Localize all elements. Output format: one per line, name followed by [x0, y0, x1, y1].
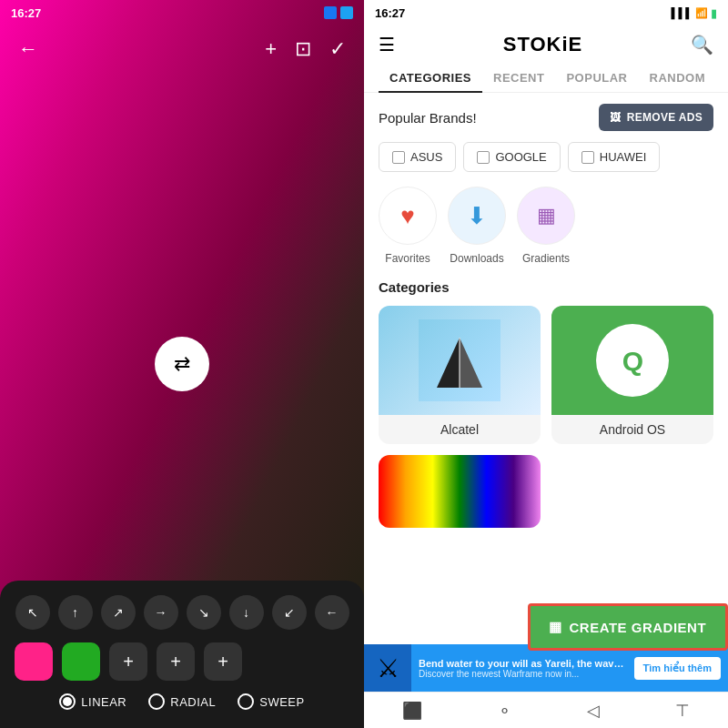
- save-button[interactable]: ⊡: [295, 37, 311, 61]
- shuffle-icon: ⇄: [174, 352, 190, 376]
- color-swatch-green[interactable]: [62, 642, 100, 681]
- svg-text:Q: Q: [622, 346, 642, 376]
- top-nav-left: ← + ⊡ ✓: [0, 25, 364, 73]
- android-label: Android OS: [551, 415, 713, 444]
- bottom-nav-right: ⬛ ⚬ ◁ ⊤: [364, 692, 728, 728]
- dir-btn-down[interactable]: ↓: [229, 595, 264, 630]
- confirm-button[interactable]: ✓: [329, 37, 346, 61]
- bottom-controls: ↖ ↑ ↗ → ↘ ↓ ↙ ← + + + LINEAR: [0, 581, 364, 728]
- tabs-row: CATEGORIES RECENT POPULAR RANDOM: [364, 64, 728, 93]
- status-bar-left: 16:27: [0, 0, 364, 25]
- category-grid-2: [379, 455, 713, 528]
- type-radial-label: RADIAL: [170, 695, 216, 709]
- menu-icon[interactable]: ☰: [379, 34, 395, 56]
- brand-google-label: GOOGLE: [495, 150, 546, 164]
- add-button[interactable]: +: [265, 37, 277, 61]
- dir-btn-left[interactable]: ←: [315, 595, 349, 630]
- remove-ads-button[interactable]: 🖼 REMOVE ADS: [599, 104, 713, 131]
- shortcut-grid: ♥ Favorites ⬇ Downloads ▦ Gradients: [379, 187, 713, 265]
- nav-back-icon[interactable]: ◁: [587, 701, 600, 721]
- category-rainbow[interactable]: [379, 455, 541, 528]
- ad-cta-button[interactable]: Tìm hiểu thêm: [634, 657, 721, 680]
- rainbow-image: [379, 455, 541, 528]
- dir-btn-upright[interactable]: ↗: [101, 595, 136, 630]
- ad-text-area: Bend water to your will as Yareli, the w…: [411, 654, 634, 682]
- categories-section-title: Categories: [379, 279, 713, 295]
- shortcut-gradients[interactable]: ▦ Gradients: [517, 187, 575, 265]
- radio-radial: [148, 693, 165, 710]
- favorites-label: Favorites: [385, 252, 430, 265]
- dir-btn-right[interactable]: →: [144, 595, 178, 630]
- google-icon: [477, 151, 490, 164]
- add-color-btn-3[interactable]: +: [204, 642, 242, 681]
- category-android[interactable]: Q Android OS: [551, 306, 713, 444]
- alcatel-image: [379, 306, 541, 415]
- remove-ads-icon: 🖼: [610, 111, 621, 124]
- tab-popular[interactable]: POPULAR: [555, 64, 638, 92]
- left-panel: 16:27 ← + ⊡ ✓ ⇄ ↖ ↑ ↗ → ↘ ↓ ↙ ←: [0, 0, 364, 728]
- gradient-type-row: LINEAR RADIAL SWEEP: [11, 693, 353, 710]
- status-time-right: 16:27: [375, 6, 405, 20]
- dir-btn-upleft[interactable]: ↖: [15, 595, 50, 630]
- category-placeholder: [551, 455, 713, 528]
- search-icon[interactable]: 🔍: [691, 34, 713, 56]
- category-alcatel[interactable]: Alcatel: [379, 306, 541, 444]
- remove-ads-label: REMOVE ADS: [627, 111, 703, 124]
- downloads-icon-circle: ⬇: [448, 187, 506, 245]
- alcatel-building-svg: [419, 319, 500, 401]
- huawei-icon: [581, 151, 594, 164]
- ad-subtitle: Discover the newest Warframe now in...: [419, 669, 627, 679]
- ad-banner: ⚔ Bend water to your will as Yareli, the…: [364, 644, 728, 692]
- gradients-icon: ▦: [537, 204, 556, 228]
- status-time-left: 16:27: [11, 6, 41, 20]
- tab-categories[interactable]: CATEGORIES: [379, 64, 482, 92]
- type-radial[interactable]: RADIAL: [148, 693, 216, 710]
- status-icons-left: [324, 6, 353, 19]
- tab-random[interactable]: RANDOM: [639, 64, 717, 92]
- type-linear[interactable]: LINEAR: [59, 693, 126, 710]
- radio-sweep: [238, 693, 254, 710]
- tab-recent[interactable]: RECENT: [482, 64, 555, 92]
- shortcut-downloads[interactable]: ⬇ Downloads: [448, 187, 506, 265]
- brand-chip-huawei[interactable]: HUAWEI: [568, 142, 661, 172]
- create-gradient-icon: ▦: [549, 619, 562, 635]
- brands-row: Popular Brands! 🖼 REMOVE ADS: [379, 104, 713, 131]
- app-title: STOKiE: [503, 33, 583, 56]
- create-gradient-button[interactable]: ▦ CREATE GRADIENT: [528, 603, 728, 651]
- download-icon: ⬇: [467, 202, 487, 230]
- favorites-icon-circle: ♥: [379, 187, 437, 245]
- fb-icon: [324, 6, 337, 19]
- add-color-btn-2[interactable]: +: [157, 642, 195, 681]
- nav-circle-icon[interactable]: ⚬: [498, 701, 511, 721]
- shuffle-button[interactable]: ⇄: [155, 337, 209, 391]
- brand-asus-label: ASUS: [410, 150, 442, 164]
- brand-huawei-label: HUAWEI: [600, 150, 647, 164]
- type-sweep-label: SWEEP: [259, 695, 304, 709]
- add-color-btn-1[interactable]: +: [109, 642, 147, 681]
- radio-inner-linear: [63, 697, 72, 706]
- shortcut-favorites[interactable]: ♥ Favorites: [379, 187, 437, 265]
- brand-chip-google[interactable]: GOOGLE: [463, 142, 560, 172]
- color-row: + + +: [11, 642, 353, 681]
- app-header: ☰ STOKiE 🔍: [364, 25, 728, 64]
- radio-linear: [59, 693, 76, 710]
- dir-btn-downleft[interactable]: ↙: [272, 595, 307, 630]
- dir-btn-downright[interactable]: ↘: [187, 595, 221, 630]
- nav-home-icon[interactable]: ⬛: [402, 701, 422, 721]
- gradients-label: Gradients: [522, 252, 570, 265]
- create-gradient-label: CREATE GRADIENT: [570, 620, 707, 635]
- asus-icon: [392, 151, 405, 164]
- category-grid: Alcatel Q Android OS: [379, 306, 713, 444]
- dir-btn-up[interactable]: ↑: [58, 595, 93, 630]
- color-swatch-pink[interactable]: [15, 642, 53, 681]
- type-sweep[interactable]: SWEEP: [238, 693, 304, 710]
- tw-icon: [340, 6, 353, 19]
- popular-brands-title: Popular Brands!: [379, 110, 477, 126]
- ad-title: Bend water to your will as Yareli, the w…: [419, 658, 627, 669]
- back-button[interactable]: ←: [18, 37, 38, 61]
- brand-chip-asus[interactable]: ASUS: [379, 142, 456, 172]
- alcatel-label: Alcatel: [379, 415, 541, 444]
- nav-more-icon[interactable]: ⊤: [675, 701, 690, 721]
- heart-icon: ♥: [400, 202, 414, 230]
- gradients-icon-circle: ▦: [517, 187, 575, 245]
